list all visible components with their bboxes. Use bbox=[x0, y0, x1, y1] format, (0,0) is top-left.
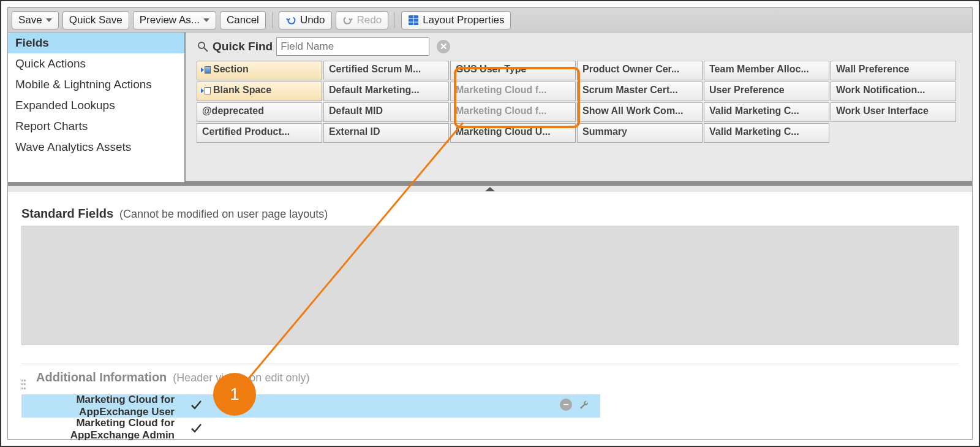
category-wave-analytics[interactable]: Wave Analytics Assets bbox=[8, 137, 184, 158]
redo-icon bbox=[342, 15, 353, 26]
toolbar-divider bbox=[394, 12, 395, 28]
field-item[interactable]: Valid Marketing C... bbox=[704, 102, 829, 122]
palette: Fields Quick Actions Mobile & Lightning … bbox=[8, 32, 972, 186]
layout-properties-button[interactable]: Layout Properties bbox=[401, 11, 511, 29]
blank-space-icon bbox=[202, 87, 211, 94]
field-grid: Section Certified Scrum M... GUS User Ty… bbox=[192, 61, 972, 143]
quick-save-button[interactable]: Quick Save bbox=[62, 11, 129, 29]
category-fields[interactable]: Fields bbox=[8, 32, 184, 53]
field-item[interactable]: Valid Marketing C... bbox=[704, 123, 829, 143]
category-expanded-lookups[interactable]: Expanded Lookups bbox=[8, 95, 184, 116]
undo-icon bbox=[285, 15, 296, 26]
remove-field-icon[interactable]: − bbox=[560, 399, 572, 411]
field-item[interactable]: Team Member Alloc... bbox=[704, 61, 829, 80]
field-item[interactable]: User Preference bbox=[704, 82, 829, 101]
drag-grip-icon bbox=[21, 380, 28, 391]
search-icon bbox=[197, 40, 209, 53]
toolbar: Save Quick Save Preview As... Cancel Und… bbox=[8, 8, 972, 32]
field-item[interactable]: Default MID bbox=[323, 102, 449, 122]
field-item[interactable]: Summary bbox=[577, 123, 703, 143]
field-item[interactable]: External ID bbox=[323, 123, 449, 143]
field-item[interactable]: GUS User Type bbox=[450, 61, 576, 80]
layout-canvas: Standard Fields (Cannot be modified on u… bbox=[8, 192, 972, 447]
palette-fields: Quick Find ✕ Section Certified Scrum M..… bbox=[186, 32, 972, 182]
field-item[interactable]: Certified Product... bbox=[197, 123, 322, 143]
standard-fields-header: Standard Fields (Cannot be modified on u… bbox=[21, 207, 959, 221]
field-item[interactable]: Wall Preference bbox=[831, 61, 956, 80]
additional-info-title: Additional Information bbox=[36, 370, 167, 384]
field-item[interactable]: Marketing Cloud f... bbox=[450, 82, 576, 101]
standard-fields-title: Standard Fields bbox=[21, 207, 113, 221]
field-row-label: Marketing Cloud for AppExchange User bbox=[46, 394, 181, 418]
section-icon bbox=[202, 66, 211, 74]
checkbox-checked-icon bbox=[189, 422, 203, 437]
save-button[interactable]: Save bbox=[12, 11, 59, 29]
field-item[interactable]: Show All Work Com... bbox=[577, 102, 703, 122]
caret-up-icon bbox=[485, 187, 495, 191]
redo-button[interactable]: Redo bbox=[336, 11, 389, 29]
field-item[interactable]: Marketing Cloud U... bbox=[450, 123, 576, 143]
preview-as-button[interactable]: Preview As... bbox=[133, 11, 216, 29]
svg-point-4 bbox=[198, 42, 205, 48]
category-report-charts[interactable]: Report Charts bbox=[8, 116, 184, 137]
category-quick-actions[interactable]: Quick Actions bbox=[8, 53, 184, 74]
field-row-mc-user[interactable]: Marketing Cloud for AppExchange User − bbox=[21, 394, 600, 418]
svg-line-5 bbox=[204, 48, 208, 52]
field-item[interactable]: Product Owner Cer... bbox=[577, 61, 703, 80]
standard-fields-body bbox=[21, 226, 959, 345]
clear-search-icon[interactable]: ✕ bbox=[437, 40, 450, 53]
field-section[interactable]: Section bbox=[197, 61, 322, 80]
quick-find-input[interactable] bbox=[276, 37, 429, 56]
additional-info-header[interactable]: Additional Information (Header visible o… bbox=[21, 364, 959, 391]
quick-find-label: Quick Find bbox=[213, 40, 273, 53]
grid-icon bbox=[408, 15, 419, 26]
field-row-mc-admin[interactable]: Marketing Cloud for AppExchange Admin bbox=[21, 418, 600, 441]
checkbox-checked-icon bbox=[189, 399, 203, 413]
cancel-button[interactable]: Cancel bbox=[220, 11, 266, 29]
field-row-label: Marketing Cloud for AppExchange Admin bbox=[46, 417, 181, 441]
field-item[interactable]: Scrum Master Cert... bbox=[577, 82, 703, 101]
field-blank-space[interactable]: Blank Space bbox=[197, 82, 322, 101]
additional-field-rows: Marketing Cloud for AppExchange User − M… bbox=[21, 394, 959, 441]
quick-find-row: Quick Find ✕ bbox=[192, 37, 972, 61]
palette-collapse[interactable] bbox=[8, 186, 972, 192]
undo-button[interactable]: Undo bbox=[279, 11, 332, 29]
standard-fields-note: (Cannot be modified on user page layouts… bbox=[119, 208, 328, 221]
field-item[interactable]: Marketing Cloud f... bbox=[450, 102, 576, 122]
field-item[interactable]: Default Marketing... bbox=[323, 82, 449, 101]
toolbar-divider bbox=[272, 12, 273, 28]
field-item[interactable]: Certified Scrum M... bbox=[323, 61, 449, 80]
field-item[interactable]: Work User Interface bbox=[831, 102, 956, 122]
field-item[interactable]: Work Notification... bbox=[831, 82, 956, 101]
field-properties-icon[interactable] bbox=[578, 399, 590, 413]
additional-info-note: (Header visible on edit only) bbox=[173, 372, 309, 384]
palette-categories: Fields Quick Actions Mobile & Lightning … bbox=[8, 32, 186, 182]
category-mobile-lightning[interactable]: Mobile & Lightning Actions bbox=[8, 74, 184, 95]
field-item[interactable]: @deprecated bbox=[197, 102, 322, 122]
